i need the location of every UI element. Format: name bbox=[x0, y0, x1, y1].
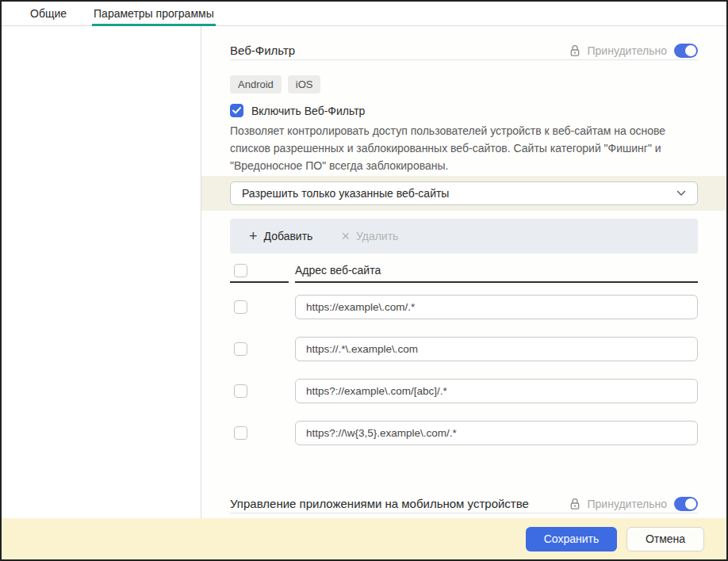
website-url-input[interactable] bbox=[295, 379, 698, 403]
table-row bbox=[230, 328, 698, 370]
chip-ios: iOS bbox=[288, 75, 321, 94]
tab-general-label: Общие bbox=[30, 7, 67, 20]
app-management-enforce-label: Принудительно bbox=[588, 498, 667, 510]
web-filter-enforce-toggle[interactable] bbox=[674, 44, 698, 58]
tab-app-settings-label: Параметры программы bbox=[94, 7, 214, 20]
save-button[interactable]: Сохранить bbox=[526, 527, 617, 551]
tab-bar: Общие Параметры программы bbox=[2, 2, 726, 26]
select-all-cell bbox=[230, 259, 289, 283]
website-list-toolbar: + Добавить × Удалить bbox=[230, 219, 698, 254]
tab-app-settings[interactable]: Параметры программы bbox=[92, 2, 216, 25]
enable-web-filter-row: Включить Веб-Фильтр bbox=[230, 104, 698, 117]
website-mode-select[interactable]: Разрешить только указанные веб-сайты bbox=[230, 181, 698, 205]
address-column-header: Адрес веб-сайта bbox=[295, 259, 698, 283]
cross-icon: × bbox=[341, 229, 350, 243]
cancel-button[interactable]: Отмена bbox=[626, 527, 704, 551]
website-url-input[interactable] bbox=[295, 421, 698, 445]
web-filter-enforce-label: Принудительно bbox=[588, 44, 667, 57]
tab-general[interactable]: Общие bbox=[29, 2, 68, 25]
app-management-enforce-group: Принудительно bbox=[569, 497, 698, 511]
add-website-label: Добавить bbox=[264, 230, 313, 242]
section-divider bbox=[230, 513, 698, 513]
settings-window: Общие Параметры программы Веб-Фильтр bbox=[0, 0, 728, 561]
table-row bbox=[230, 370, 698, 412]
app-management-enforce-toggle[interactable] bbox=[674, 497, 698, 511]
check-icon bbox=[232, 107, 241, 114]
app-management-title: Управление приложениями на мобильном уст… bbox=[230, 497, 529, 510]
row-checkbox[interactable] bbox=[234, 300, 247, 314]
toggle-knob bbox=[685, 45, 696, 56]
web-filter-enforce-group: Принудительно bbox=[569, 44, 698, 58]
delete-website-label: Удалить bbox=[356, 230, 398, 242]
enable-web-filter-checkbox[interactable] bbox=[230, 104, 243, 117]
chip-android: Android bbox=[230, 75, 282, 94]
platform-chips: Android iOS bbox=[230, 75, 698, 94]
delete-website-button[interactable]: × Удалить bbox=[330, 219, 409, 254]
lock-icon bbox=[569, 44, 580, 57]
section-divider bbox=[230, 59, 698, 60]
app-management-section-header: Управление приложениями на мобильном уст… bbox=[230, 495, 698, 512]
website-mode-select-value: Разрешить только указанные веб-сайты bbox=[242, 187, 449, 200]
web-filter-description: Позволяет контролировать доступ пользова… bbox=[230, 122, 698, 174]
row-checkbox[interactable] bbox=[234, 342, 247, 356]
website-table-header: Адрес веб-сайта bbox=[230, 259, 698, 283]
left-panel bbox=[2, 26, 201, 518]
address-column-title: Адрес веб-сайта bbox=[295, 264, 381, 277]
settings-content: Веб-Фильтр Принудительно Androi bbox=[201, 26, 726, 518]
plus-icon: + bbox=[249, 229, 258, 243]
website-table bbox=[230, 286, 698, 454]
row-checkbox[interactable] bbox=[234, 384, 247, 398]
lock-icon bbox=[569, 498, 580, 510]
table-row bbox=[230, 286, 698, 328]
row-checkbox[interactable] bbox=[234, 426, 247, 440]
table-row bbox=[230, 412, 698, 454]
website-url-input[interactable] bbox=[295, 337, 698, 361]
select-all-checkbox[interactable] bbox=[234, 264, 247, 277]
footer-bar: Сохранить Отмена bbox=[2, 518, 726, 559]
modified-setting-strip: Разрешить только указанные веб-сайты bbox=[201, 176, 726, 211]
toggle-knob bbox=[685, 498, 696, 509]
web-filter-title: Веб-Фильтр bbox=[230, 44, 295, 57]
website-url-input[interactable] bbox=[295, 295, 698, 319]
main-area: Веб-Фильтр Принудительно Androi bbox=[2, 26, 726, 518]
web-filter-section-header: Веб-Фильтр Принудительно bbox=[230, 42, 698, 59]
add-website-button[interactable]: + Добавить bbox=[238, 219, 324, 254]
enable-web-filter-label: Включить Веб-Фильтр bbox=[251, 105, 365, 117]
chevron-down-icon bbox=[676, 190, 686, 197]
